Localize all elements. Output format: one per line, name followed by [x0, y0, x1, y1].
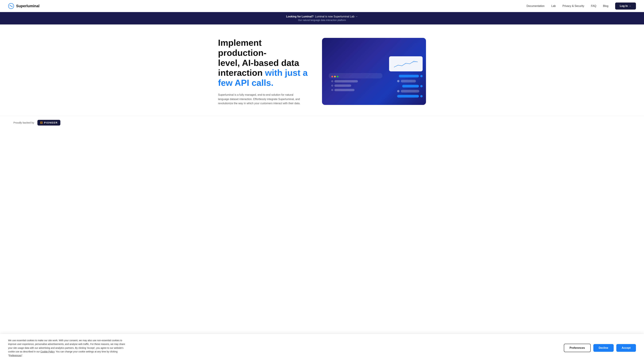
heading-line3-highlight: with just a: [265, 68, 308, 78]
logo-icon: [8, 3, 14, 9]
msg-dot-recv-1: [397, 80, 400, 82]
bubble-circle-3: [332, 89, 333, 91]
hero-section: Implement production- level, AI-based da…: [204, 24, 440, 116]
chat-bubble-1: [332, 80, 380, 82]
chat-window: [329, 73, 382, 78]
window-dots: [332, 76, 380, 77]
pioneer-label: PIONEER: [44, 121, 58, 124]
pioneer-icon: ⊟: [40, 121, 42, 124]
chat-panel: [397, 75, 422, 97]
msg-dot-recv-2: [397, 90, 400, 92]
nav-privacy-security[interactable]: Privacy & Security: [562, 4, 584, 7]
msg-bar-recv-2: [401, 90, 419, 92]
navbar: Superluminal Documentation Lab Privacy &…: [0, 0, 644, 12]
msg-sent-1: [397, 75, 422, 77]
msg-bar-recv-1: [401, 80, 416, 82]
chat-ui-illustration: [322, 66, 426, 76]
msg-dot-3: [420, 95, 422, 97]
hero-illustration: [322, 38, 426, 105]
nav-documentation[interactable]: Documentation: [526, 4, 544, 7]
login-button[interactable]: Log In →: [615, 2, 636, 9]
banner-line2: Our natural language data interaction pl…: [3, 19, 641, 21]
banner-line1: Looking for Luminal? Luminal is now Supe…: [3, 15, 641, 18]
announcement-banner: Looking for Luminal? Luminal is now Supe…: [0, 12, 644, 24]
chat-messages: [332, 80, 380, 91]
dot-red: [332, 76, 333, 77]
hero-heading: Implement production- level, AI-based da…: [218, 38, 312, 88]
nav-faq[interactable]: FAQ: [591, 4, 596, 7]
heading-line2: level, AI-based data: [218, 58, 299, 68]
msg-received-1: [397, 80, 422, 82]
nav-blog[interactable]: Blog: [603, 4, 608, 7]
msg-bar-2: [402, 85, 419, 87]
brand-name: Superluminal: [16, 4, 40, 8]
dot-yellow: [334, 76, 336, 77]
banner-prefix: Looking for Luminal?: [286, 15, 314, 18]
msg-bar-1: [399, 75, 419, 77]
nav-links: Documentation Lab Privacy & Security FAQ…: [526, 2, 636, 9]
bubble-circle: [332, 80, 333, 82]
heading-line3-plain: interaction: [218, 68, 265, 78]
brand-logo[interactable]: Superluminal: [8, 3, 40, 9]
bubble-bar-3: [334, 89, 354, 91]
bubble-circle-2: [332, 85, 333, 86]
chat-bubble-2: [332, 84, 380, 87]
heading-line1: Implement production-: [218, 38, 266, 58]
bubble-bar-2: [334, 84, 351, 87]
msg-bar-3: [397, 95, 419, 97]
backed-by-label: Proudly backed by: [14, 121, 34, 124]
hero-text: Implement production- level, AI-based da…: [218, 38, 312, 106]
msg-received-2: [397, 90, 422, 92]
msg-sent-2: [397, 85, 422, 87]
bubble-bar: [334, 80, 358, 82]
heading-line4-highlight: few API calls.: [218, 78, 273, 88]
dot-green: [337, 76, 338, 77]
msg-sent-3: [397, 95, 422, 97]
hero-description: Superluminal is a fully managed, end-to-…: [218, 93, 302, 106]
pioneer-badge[interactable]: ⊟ PIONEER: [38, 120, 60, 125]
banner-link[interactable]: Luminal is now Superluminal Lab →: [315, 15, 358, 18]
chat-bubble-3: [332, 89, 380, 91]
msg-dot-1: [420, 75, 422, 77]
footer-bar: Proudly backed by ⊟ PIONEER: [0, 116, 644, 130]
chart-widget: [389, 56, 422, 71]
nav-lab[interactable]: Lab: [551, 4, 556, 7]
msg-dot-2: [420, 85, 422, 87]
